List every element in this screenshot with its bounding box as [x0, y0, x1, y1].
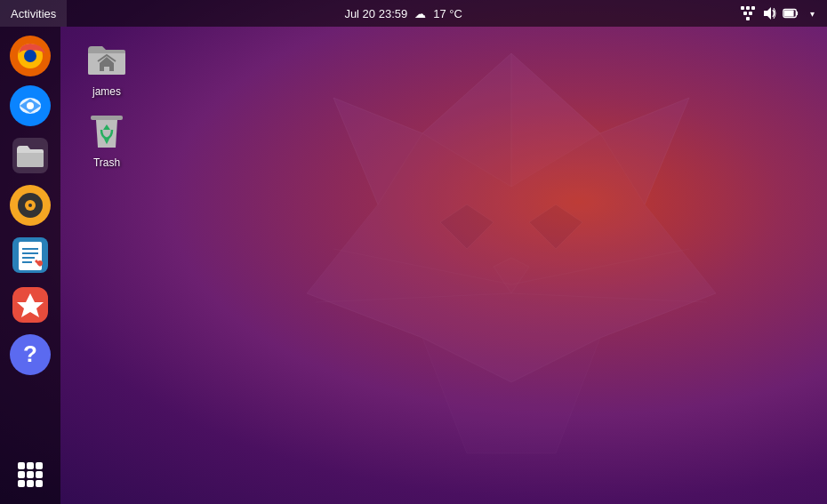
- system-menu-button[interactable]: ▾: [804, 5, 820, 21]
- desktop-icon-trash[interactable]: Trash: [71, 107, 142, 169]
- svg-rect-37: [19, 242, 42, 270]
- top-panel: Activities Jul 20 23:59 ☁ 17 °C: [0, 0, 827, 27]
- trash-label: Trash: [93, 156, 120, 169]
- svg-rect-52: [18, 480, 25, 487]
- dock-item-help[interactable]: ?: [8, 332, 52, 377]
- dock-item-rhythmbox[interactable]: [8, 183, 52, 228]
- svg-rect-51: [36, 471, 43, 478]
- show-applications-button[interactable]: [8, 452, 52, 497]
- svg-rect-50: [27, 471, 34, 478]
- datetime-display: Jul 20 23:59: [344, 7, 407, 20]
- desktop: Activities Jul 20 23:59 ☁ 17 °C: [0, 0, 827, 504]
- activities-button[interactable]: Activities: [0, 0, 67, 27]
- svg-rect-55: [91, 116, 123, 120]
- svg-rect-48: [36, 462, 43, 469]
- svg-point-27: [24, 50, 36, 62]
- wallpaper-cat: [267, 27, 756, 471]
- network-icon[interactable]: [740, 5, 756, 21]
- weather-icon: ☁: [414, 7, 426, 20]
- svg-point-42: [37, 260, 43, 266]
- svg-rect-46: [18, 462, 25, 469]
- dock-item-thunderbird[interactable]: [8, 84, 52, 128]
- weather-temp: 17 °C: [433, 7, 462, 20]
- dock-item-firefox[interactable]: [8, 34, 52, 78]
- desktop-icon-james[interactable]: james: [71, 36, 142, 98]
- svg-rect-15: [741, 6, 744, 10]
- james-folder-icon: [84, 36, 130, 82]
- trash-icon: [84, 107, 130, 153]
- svg-rect-49: [18, 471, 25, 478]
- dock-item-writer[interactable]: [8, 233, 52, 277]
- dock-item-appstore[interactable]: [8, 283, 52, 327]
- svg-point-30: [27, 102, 34, 109]
- svg-rect-47: [27, 462, 34, 469]
- james-folder-label: james: [92, 85, 121, 98]
- svg-rect-18: [743, 12, 747, 15]
- svg-rect-20: [746, 17, 750, 20]
- desktop-icons: james Trash: [71, 36, 142, 169]
- svg-point-35: [28, 204, 32, 207]
- dock-item-files[interactable]: [8, 133, 52, 178]
- svg-rect-23: [796, 12, 798, 16]
- panel-right: ▾: [740, 5, 827, 21]
- svg-rect-17: [751, 6, 755, 10]
- battery-icon[interactable]: [783, 5, 799, 21]
- svg-rect-16: [746, 6, 750, 10]
- svg-rect-24: [784, 10, 794, 16]
- svg-rect-53: [27, 480, 34, 487]
- svg-text:?: ?: [23, 340, 37, 367]
- dock: ?: [0, 27, 60, 504]
- svg-marker-21: [764, 7, 771, 20]
- panel-center: Jul 20 23:59 ☁ 17 °C: [67, 7, 740, 20]
- svg-rect-54: [36, 480, 43, 487]
- sound-icon[interactable]: [761, 5, 777, 21]
- svg-rect-19: [749, 12, 752, 15]
